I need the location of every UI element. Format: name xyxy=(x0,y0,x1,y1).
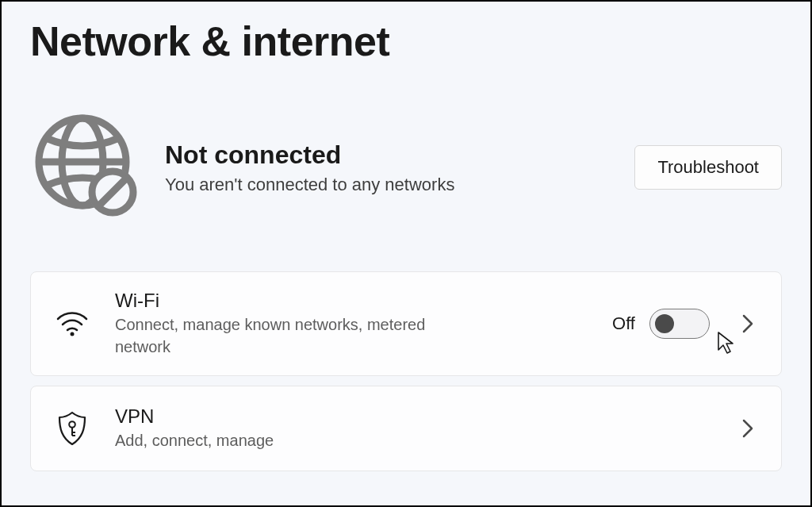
wifi-settings-row[interactable]: Wi-Fi Connect, manage known networks, me… xyxy=(30,271,782,376)
wifi-toggle[interactable] xyxy=(649,309,710,339)
page-title: Network & internet xyxy=(30,17,782,65)
wifi-toggle-state-label: Off xyxy=(612,313,635,334)
troubleshoot-button[interactable]: Troubleshoot xyxy=(634,145,782,190)
svg-point-6 xyxy=(71,332,75,336)
cursor-icon xyxy=(717,331,737,358)
vpn-subtitle: Add, connect, manage xyxy=(115,429,480,451)
wifi-icon xyxy=(55,311,90,336)
shield-key-icon xyxy=(55,411,90,446)
connection-status-title: Not connected xyxy=(165,140,607,170)
connection-status-section: Not connected You aren't connected to an… xyxy=(30,114,782,221)
vpn-title: VPN xyxy=(115,405,724,428)
wifi-title: Wi-Fi xyxy=(115,290,612,312)
vpn-settings-row[interactable]: VPN Add, connect, manage xyxy=(30,386,782,471)
wifi-chevron-right-icon[interactable] xyxy=(738,314,757,333)
wifi-subtitle: Connect, manage known networks, metered … xyxy=(115,313,480,358)
connection-status-subtitle: You aren't connected to any networks xyxy=(165,175,607,195)
vpn-chevron-right-icon[interactable] xyxy=(738,419,757,438)
globe-disconnected-icon xyxy=(35,114,138,221)
wifi-toggle-knob xyxy=(655,314,674,333)
svg-point-7 xyxy=(69,421,75,428)
